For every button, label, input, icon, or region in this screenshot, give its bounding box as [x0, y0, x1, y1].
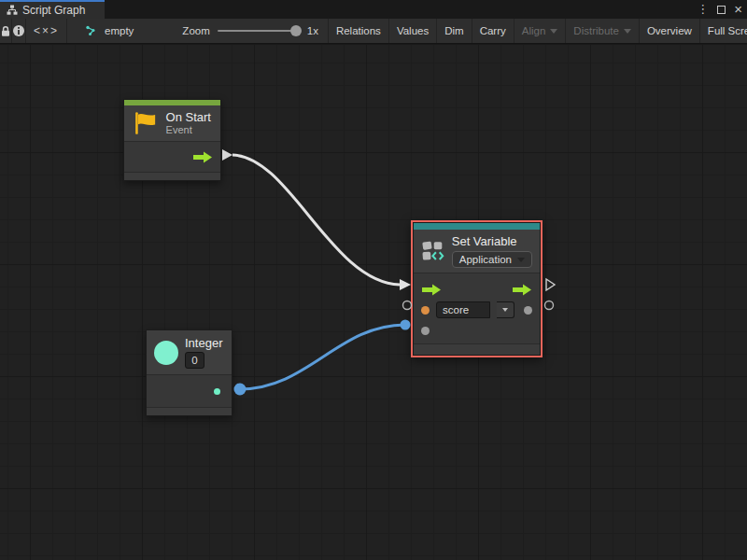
variables-icon: [421, 238, 445, 264]
node-on-start[interactable]: On Start Event: [123, 99, 221, 181]
close-icon[interactable]: ×: [734, 0, 742, 19]
zoom-value: 1x: [307, 25, 318, 36]
lock-button[interactable]: [0, 19, 12, 43]
distribute-label: Distribute: [573, 25, 619, 36]
graph-canvas[interactable]: [0, 45, 747, 560]
node-title: Set Variable: [452, 234, 532, 248]
zoom-label: Zoom: [182, 25, 209, 36]
tab-script-graph[interactable]: Script Graph: [0, 0, 105, 19]
node-ports: [414, 273, 540, 343]
carry-button[interactable]: Carry: [472, 19, 514, 43]
scope-value: Application: [459, 254, 512, 265]
graph-icon: [86, 25, 99, 36]
node-integer[interactable]: Integer 0: [146, 329, 233, 416]
node-title: On Start: [166, 110, 211, 124]
caret-down-icon: [517, 258, 525, 262]
zoom-slider[interactable]: [218, 30, 300, 32]
value-input-port[interactable]: [421, 327, 430, 335]
node-header: Set Variable Application: [414, 230, 540, 273]
values-button[interactable]: Values: [388, 19, 436, 43]
lock-icon: [0, 25, 11, 37]
zoom-slider-handle[interactable]: [290, 25, 302, 36]
node-subtitle: Event: [166, 124, 211, 136]
info-icon: [12, 24, 25, 37]
distribute-button[interactable]: Distribute: [565, 19, 639, 43]
align-label: Align: [522, 25, 546, 36]
node-title: Integer: [185, 336, 222, 350]
integer-icon: [154, 341, 178, 365]
integer-value-field[interactable]: 0: [185, 352, 204, 369]
flag-icon: [132, 110, 160, 136]
graph-breadcrumb[interactable]: empty: [78, 19, 141, 43]
node-footer: [414, 343, 540, 355]
node-ports: [147, 374, 232, 407]
tab-bar: Script Graph ⋮ ×: [0, 0, 747, 19]
value-output-port[interactable]: [214, 388, 220, 395]
relations-button[interactable]: Relations: [328, 19, 388, 43]
variable-stripe: [414, 223, 540, 230]
align-button[interactable]: Align: [514, 19, 566, 43]
node-header: On Start Event: [124, 105, 220, 141]
graph-toolbar: <×> empty Zoom 1x Relations Values Dim C…: [0, 19, 747, 44]
window-controls: ⋮ ×: [697, 0, 742, 19]
inspect-button[interactable]: [12, 19, 26, 43]
full-screen-button[interactable]: Full Screen: [699, 19, 747, 43]
dim-button[interactable]: Dim: [436, 19, 471, 43]
node-footer: [147, 407, 232, 415]
caret-down-icon: [550, 29, 557, 34]
breadcrumb-label: empty: [105, 25, 134, 36]
flow-output-port[interactable]: [192, 151, 213, 163]
graph-hierarchy-icon: [7, 5, 18, 16]
variable-name-dropdown[interactable]: [497, 301, 514, 318]
menu-icon[interactable]: ⋮: [697, 0, 709, 19]
flow-output-port[interactable]: [512, 284, 532, 296]
node-header: Integer 0: [147, 330, 232, 374]
variable-name-field[interactable]: [436, 301, 490, 318]
overview-button[interactable]: Overview: [639, 19, 699, 43]
script-graph-window: Script Graph ⋮ × <×>: [0, 0, 747, 560]
zoom-control: Zoom 1x: [150, 19, 328, 43]
tab-label: Script Graph: [22, 4, 85, 17]
caret-down-icon: [624, 29, 631, 34]
value-output-port[interactable]: [524, 306, 532, 315]
node-set-variable[interactable]: Set Variable Application: [411, 220, 543, 357]
angle-brackets-x-icon[interactable]: <×>: [26, 19, 67, 43]
variable-scope-dropdown[interactable]: Application: [452, 251, 532, 268]
node-ports: [124, 141, 220, 172]
maximize-icon[interactable]: [717, 6, 726, 14]
name-input-port[interactable]: [421, 306, 430, 315]
flow-input-port[interactable]: [421, 284, 442, 296]
caret-down-icon: [502, 308, 508, 312]
node-footer: [124, 172, 220, 180]
